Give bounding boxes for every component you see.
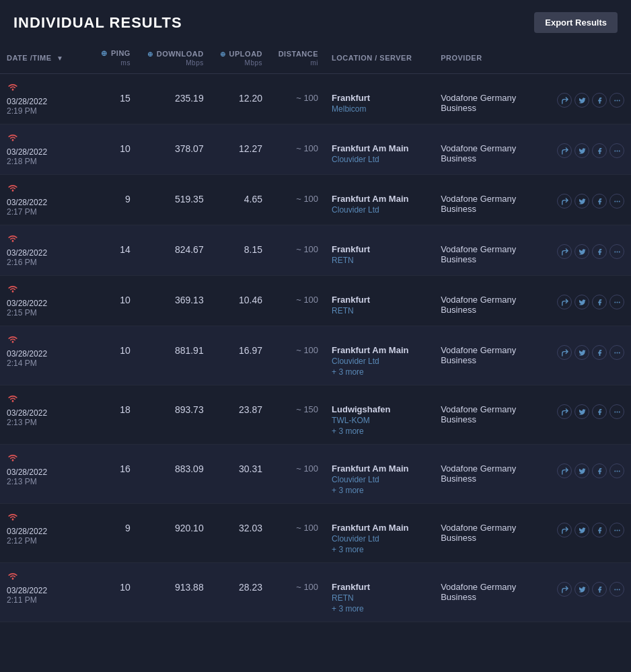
share-link-icon[interactable] bbox=[557, 93, 572, 108]
server-name: Melbicom bbox=[332, 104, 427, 114]
share-link-icon[interactable] bbox=[557, 582, 572, 597]
more-link[interactable]: + 3 more bbox=[332, 604, 427, 613]
facebook-icon[interactable] bbox=[592, 582, 607, 597]
provider-name: Vodafone Germany Business bbox=[441, 582, 516, 602]
svg-point-36 bbox=[12, 578, 14, 580]
more-options-icon[interactable] bbox=[609, 143, 624, 158]
facebook-icon[interactable] bbox=[592, 463, 607, 478]
svg-point-20 bbox=[12, 341, 14, 343]
svg-point-6 bbox=[616, 150, 618, 151]
location-name: Frankfurt bbox=[332, 244, 370, 254]
cell-distance: ~ 100 bbox=[269, 124, 325, 175]
cell-actions bbox=[546, 563, 631, 622]
server-name: Clouvider Ltd bbox=[332, 475, 427, 484]
share-link-icon[interactable] bbox=[557, 194, 572, 209]
provider-name: Vodafone Germany Business bbox=[441, 244, 516, 264]
provider-name: Vodafone Germany Business bbox=[441, 194, 516, 214]
cell-provider: Vodafone Germany Business bbox=[434, 504, 546, 563]
share-link-icon[interactable] bbox=[557, 345, 572, 360]
svg-point-21 bbox=[614, 352, 616, 353]
provider-name: Vodafone Germany Business bbox=[441, 404, 516, 424]
share-link-icon[interactable] bbox=[557, 463, 572, 478]
action-icons bbox=[553, 582, 624, 597]
facebook-icon[interactable] bbox=[592, 194, 607, 209]
more-options-icon[interactable] bbox=[609, 523, 624, 537]
cell-provider: Vodafone Germany Business bbox=[434, 225, 546, 276]
svg-point-1 bbox=[614, 100, 616, 101]
twitter-icon[interactable] bbox=[574, 295, 589, 309]
table-row: 03/28/2022 2:12 PM 9920.1032.03~ 100Fran… bbox=[0, 504, 631, 563]
table-row: 03/28/2022 2:14 PM 10881.9116.97~ 100Fra… bbox=[0, 326, 631, 385]
twitter-icon[interactable] bbox=[574, 463, 589, 478]
facebook-icon[interactable] bbox=[592, 93, 607, 108]
table-row: 03/28/2022 2:17 PM 9519.354.65~ 100Frank… bbox=[0, 175, 631, 225]
location-name: Frankfurt Am Main bbox=[332, 194, 408, 204]
share-link-icon[interactable] bbox=[557, 244, 572, 259]
more-link[interactable]: + 3 more bbox=[332, 367, 427, 377]
facebook-icon[interactable] bbox=[592, 523, 607, 537]
cell-datetime: 03/28/2022 2:18 PM bbox=[0, 124, 88, 175]
more-options-icon[interactable] bbox=[609, 463, 624, 478]
svg-point-12 bbox=[12, 240, 14, 242]
more-link[interactable]: + 3 more bbox=[332, 545, 427, 554]
cell-distance: ~ 100 bbox=[269, 175, 325, 225]
export-results-button[interactable]: Export Results bbox=[534, 12, 618, 33]
more-options-icon[interactable] bbox=[609, 93, 624, 108]
facebook-icon[interactable] bbox=[592, 143, 607, 158]
share-link-icon[interactable] bbox=[557, 143, 572, 158]
more-options-icon[interactable] bbox=[609, 345, 624, 360]
cell-upload: 4.65 bbox=[211, 175, 269, 225]
cell-distance: ~ 100 bbox=[269, 326, 325, 385]
cell-ping: 15 bbox=[88, 74, 137, 124]
svg-point-14 bbox=[616, 251, 618, 252]
more-options-icon[interactable] bbox=[609, 244, 624, 259]
svg-point-31 bbox=[618, 470, 620, 472]
cell-location: Frankfurt RETN+ 3 more bbox=[325, 563, 434, 622]
twitter-icon[interactable] bbox=[574, 194, 589, 209]
more-link[interactable]: + 3 more bbox=[332, 426, 427, 436]
share-link-icon[interactable] bbox=[557, 523, 572, 537]
svg-point-28 bbox=[12, 459, 14, 461]
share-link-icon[interactable] bbox=[557, 404, 572, 419]
date-value: 03/28/2022 bbox=[7, 299, 81, 308]
download-icon-header: ⊕ bbox=[147, 50, 153, 58]
facebook-icon[interactable] bbox=[592, 345, 607, 360]
cell-actions bbox=[546, 326, 631, 385]
svg-point-17 bbox=[614, 301, 616, 303]
share-link-icon[interactable] bbox=[557, 295, 572, 309]
more-options-icon[interactable] bbox=[609, 194, 624, 209]
server-name: TWL-KOM bbox=[332, 416, 427, 425]
cell-datetime: 03/28/2022 2:15 PM bbox=[0, 276, 88, 326]
cell-location: Frankfurt Am Main Clouvider Ltd+ 3 more bbox=[325, 445, 434, 504]
twitter-icon[interactable] bbox=[574, 523, 589, 537]
location-name: Frankfurt bbox=[332, 93, 370, 103]
facebook-icon[interactable] bbox=[592, 295, 607, 309]
action-icons bbox=[553, 345, 624, 360]
server-name: Clouvider Ltd bbox=[332, 534, 427, 544]
col-header-ping: ⊕ PING ms bbox=[88, 42, 137, 74]
cell-actions bbox=[546, 504, 631, 563]
more-options-icon[interactable] bbox=[609, 582, 624, 597]
facebook-icon[interactable] bbox=[592, 404, 607, 419]
cell-actions bbox=[546, 225, 631, 276]
date-value: 03/28/2022 bbox=[7, 527, 81, 536]
wifi-icon bbox=[7, 512, 81, 524]
twitter-icon[interactable] bbox=[574, 582, 589, 597]
col-header-distance: DISTANCE mi bbox=[269, 42, 325, 74]
action-icons bbox=[553, 295, 624, 309]
more-link[interactable]: + 3 more bbox=[332, 486, 427, 495]
cell-location: Frankfurt Am Main Clouvider Ltd bbox=[325, 175, 434, 225]
twitter-icon[interactable] bbox=[574, 404, 589, 419]
location-name: Frankfurt bbox=[332, 582, 370, 592]
facebook-icon[interactable] bbox=[592, 244, 607, 259]
cell-ping: 9 bbox=[88, 175, 137, 225]
twitter-icon[interactable] bbox=[574, 345, 589, 360]
server-name: RETN bbox=[332, 593, 427, 603]
more-options-icon[interactable] bbox=[609, 295, 624, 309]
twitter-icon[interactable] bbox=[574, 143, 589, 158]
twitter-icon[interactable] bbox=[574, 93, 589, 108]
wifi-icon bbox=[7, 394, 81, 406]
twitter-icon[interactable] bbox=[574, 244, 589, 259]
col-header-datetime[interactable]: DATE /TIME ▼ bbox=[0, 42, 88, 74]
more-options-icon[interactable] bbox=[609, 404, 624, 419]
